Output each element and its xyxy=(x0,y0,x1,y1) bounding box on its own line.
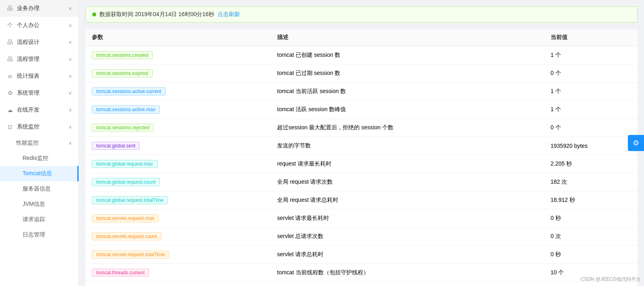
flow-design-icon xyxy=(6,39,14,46)
table-body: tomcat.sessions.created tomcat 已创建 sessi… xyxy=(85,46,638,286)
col-header-value: 当前值 xyxy=(551,34,631,41)
sidebar-sub-label: 性能监控 xyxy=(16,139,39,147)
sidebar-sub-label: JVM信息 xyxy=(23,201,45,207)
sidebar-sub-label: 请求追踪 xyxy=(23,216,45,222)
sidebar-item-label: 业务办理 xyxy=(17,5,39,12)
sidebar-item-personal[interactable]: 个人办公 ∨ xyxy=(0,17,79,34)
row-desc: tomcat 当前活跃 session 数 xyxy=(277,88,551,95)
shop-icon xyxy=(6,5,14,12)
flow-mgmt-icon xyxy=(6,56,14,63)
sidebar-sub-item-redis[interactable]: Redis监控 xyxy=(0,151,79,166)
param-tag: tomcat.servlet.request.max xyxy=(92,214,277,222)
watermark: CSDN @JEECG低代码平台 xyxy=(580,276,641,283)
table-row: tomcat.sessions.expired tomcat 已过期 sessi… xyxy=(85,64,638,83)
float-settings-button[interactable]: ⚙ xyxy=(628,135,644,151)
table-row: tomcat.servlet.request.totalTime servlet… xyxy=(85,246,638,264)
param-badge: tomcat.sessions.active.current xyxy=(92,87,166,95)
sidebar-sub-label: 服务器信息 xyxy=(23,185,51,192)
param-tag: tomcat.threads.current xyxy=(92,269,277,277)
param-tag: tomcat.sessions.active.max xyxy=(92,106,277,114)
param-badge: tomcat.servlet.request.max xyxy=(92,214,159,222)
row-desc: tomcat 已过期 session 数 xyxy=(277,70,551,77)
status-text: 数据获取时间 2019年04月14日 16时00分16秒 xyxy=(99,11,214,18)
table-row: tomcat.sessions.created tomcat 已创建 sessi… xyxy=(85,46,638,64)
col-header-param: 参数 xyxy=(92,34,277,41)
table-header: 参数 描述 当前值 xyxy=(85,29,638,46)
row-value: 1935920 bytes xyxy=(551,143,631,149)
sidebar-sub-item-tomcat[interactable]: Tomcat信息 xyxy=(0,166,79,181)
sidebar-item-system-monitor[interactable]: ⊡ 系统监控 ∧ xyxy=(0,118,79,135)
sidebar-item-label: 系统管理 xyxy=(17,89,39,97)
chevron-down-icon: ∨ xyxy=(68,23,72,28)
table-row: tomcat.servlet.request.max servlet 请求最长耗… xyxy=(85,209,638,228)
cloud-icon: ☁ xyxy=(6,106,14,114)
param-badge: tomcat.sessions.rejected xyxy=(92,124,154,132)
row-desc: 超过session 最大配置后，拒绝的 session 个数 xyxy=(277,124,551,131)
sidebar-item-system[interactable]: ⚙ 系统管理 ∨ xyxy=(0,85,79,102)
data-table: 参数 描述 当前值 tomcat.sessions.created tomcat… xyxy=(85,29,638,286)
main-content: 数据获取时间 2019年04月14日 16时00分16秒 点击刷新 参数 描述 … xyxy=(79,0,644,286)
row-value: 0 秒 xyxy=(551,215,631,222)
sidebar-sub-label: Tomcat信息 xyxy=(23,170,52,176)
chevron-down-icon: ∨ xyxy=(68,39,72,45)
gear-icon: ⚙ xyxy=(6,89,14,97)
row-desc: servlet 请求总耗时 xyxy=(277,251,551,258)
chevron-down-icon: ∨ xyxy=(68,73,72,79)
chevron-down-icon: ∨ xyxy=(68,90,72,96)
status-dot xyxy=(92,12,96,17)
chevron-up-icon: ∧ xyxy=(68,124,72,130)
chevron-down-icon: ∨ xyxy=(68,6,72,11)
row-desc: 全局 request 请求次数 xyxy=(277,178,551,186)
sidebar-item-online-dev[interactable]: ☁ 在线开发 ∨ xyxy=(0,102,79,118)
chevron-down-icon: ∨ xyxy=(68,56,72,62)
refresh-link[interactable]: 点击刷新 xyxy=(217,11,240,18)
sidebar-item-label: 流程设计 xyxy=(17,39,39,46)
sidebar-sub-label: Redis监控 xyxy=(23,155,48,161)
table-row: tomcat.servlet.request.count servlet 总请求… xyxy=(85,228,638,246)
row-value: 2.205 秒 xyxy=(551,160,631,168)
sidebar-sub-item-perf-monitor[interactable]: 性能监控 ∧ xyxy=(0,135,79,151)
sidebar-sub-item-jvm[interactable]: JVM信息 xyxy=(0,197,79,212)
row-value: 0 次 xyxy=(551,233,631,240)
param-tag: tomcat.global.request.totalTime xyxy=(92,196,277,204)
table-row: tomcat.global.request.totalTime 全局 reque… xyxy=(85,191,638,209)
chart-icon: ılı xyxy=(6,73,14,80)
param-badge: tomcat.sessions.active.max xyxy=(92,106,160,114)
row-value: 0 秒 xyxy=(551,251,631,258)
sidebar-item-flow-design[interactable]: 流程设计 ∨ xyxy=(0,34,79,51)
param-tag: tomcat.servlet.request.count xyxy=(92,232,277,240)
row-desc: tomcat 已创建 session 数 xyxy=(277,52,551,59)
sidebar-sub-label: 日志管理 xyxy=(23,231,45,238)
row-desc: tomcat 当前线程数（包括守护线程） xyxy=(277,269,551,276)
row-value: 1 个 xyxy=(551,106,631,113)
table-row: tomcat.global.request.count 全局 request 请… xyxy=(85,173,638,191)
sidebar-item-label: 流程管理 xyxy=(17,56,39,63)
row-value: 182 次 xyxy=(551,178,631,186)
param-tag: tomcat.servlet.request.totalTime xyxy=(92,251,277,259)
row-value: 1 个 xyxy=(551,88,631,95)
sidebar-item-label: 个人办公 xyxy=(17,22,39,29)
sidebar-item-flow-mgmt[interactable]: 流程管理 ∨ xyxy=(0,51,79,68)
row-value: 0 个 xyxy=(551,70,631,77)
row-desc: 全局 request 请求总耗时 xyxy=(277,197,551,204)
sidebar-sub-item-server[interactable]: 服务器信息 xyxy=(0,181,79,197)
sidebar-item-label: 在线开发 xyxy=(17,106,39,114)
param-badge: tomcat.sessions.expired xyxy=(92,69,153,77)
param-tag: tomcat.global.request.max xyxy=(92,160,277,168)
table-row: tomcat.global.sent 发送的字节数 1935920 bytes xyxy=(85,137,638,155)
param-badge: tomcat.global.request.count xyxy=(92,178,160,186)
param-badge: tomcat.servlet.request.count xyxy=(92,232,162,240)
sidebar: 业务办理 ∨ 个人办公 ∨ 流程设计 ∨ 流程管理 ∨ ılı 统计报表 ∨ ⚙… xyxy=(0,0,79,286)
status-bar: 数据获取时间 2019年04月14日 16时00分16秒 点击刷新 xyxy=(85,6,638,23)
sidebar-item-label: 统计报表 xyxy=(17,73,39,80)
sidebar-sub-item-request-trace[interactable]: 请求追踪 xyxy=(0,212,79,227)
param-badge: tomcat.global.request.totalTime xyxy=(92,196,168,204)
sidebar-item-business[interactable]: 业务办理 ∨ xyxy=(0,0,79,17)
person-icon xyxy=(6,22,14,29)
row-value: 10 个 xyxy=(551,269,631,276)
table-row: tomcat.sessions.rejected 超过session 最大配置后… xyxy=(85,119,638,137)
param-badge: tomcat.sessions.created xyxy=(92,51,153,59)
settings-gear-icon: ⚙ xyxy=(633,139,639,147)
sidebar-sub-item-log-mgmt[interactable]: 日志管理 xyxy=(0,227,79,242)
sidebar-item-report[interactable]: ılı 统计报表 ∨ xyxy=(0,68,79,85)
